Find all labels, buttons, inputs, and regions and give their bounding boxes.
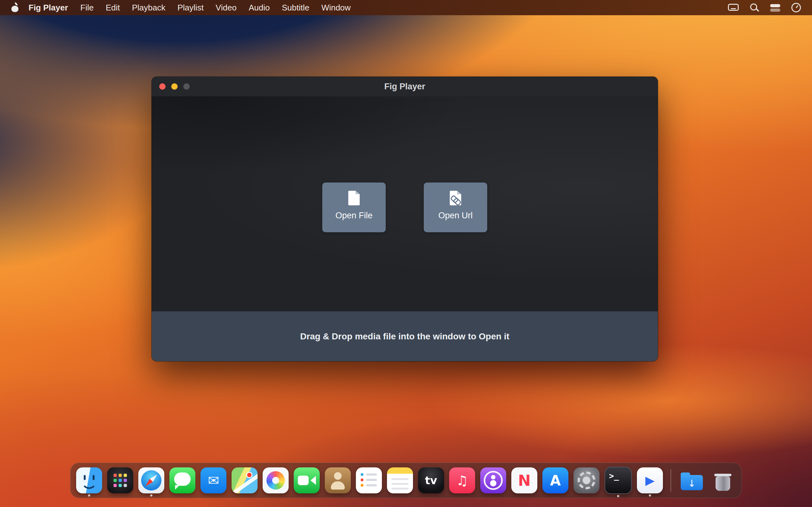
menu-window[interactable]: Window xyxy=(315,3,357,13)
menubar-status-icons xyxy=(719,2,803,13)
reminders-icon xyxy=(356,467,382,493)
downloads-icon: ↓ xyxy=(679,467,705,493)
dock-item-settings[interactable] xyxy=(573,467,600,493)
terminal-icon: >_ xyxy=(605,467,632,494)
dock-item-mail[interactable]: ✉ xyxy=(200,467,226,493)
folded-corner xyxy=(457,191,461,194)
window-content: Open File Open Url xyxy=(152,96,658,312)
open-buttons-row: Open File Open Url xyxy=(152,182,658,232)
appstore-icon: A xyxy=(542,467,568,493)
document-icon xyxy=(348,191,360,205)
mail-glyph: ✉ xyxy=(200,467,226,493)
window-titlebar[interactable]: Fig Player xyxy=(152,77,658,96)
appletv-icon: tv xyxy=(418,467,444,493)
menu-audio[interactable]: Audio xyxy=(243,3,276,13)
fig-player-window: Fig Player Open File Open Url Drag & Dro… xyxy=(152,77,658,361)
trash-icon xyxy=(710,467,736,493)
launchpad-icon xyxy=(107,467,133,493)
menu-video[interactable]: Video xyxy=(210,3,243,13)
apple-menu-icon[interactable] xyxy=(10,3,20,13)
drop-hint-bar: Drag & Drop media file into the window t… xyxy=(152,311,658,361)
dock-divider xyxy=(670,469,671,492)
document-link-icon xyxy=(450,191,461,205)
dock-item-downloads[interactable]: ↓ xyxy=(679,467,705,493)
window-title: Fig Player xyxy=(152,77,658,96)
menubar: Fig Player FileEditPlaybackPlaylistVideo… xyxy=(0,0,812,15)
running-indicator xyxy=(88,494,90,497)
dock-item-maps[interactable] xyxy=(232,467,258,493)
open-url-label: Open Url xyxy=(438,211,473,221)
control-center-icon[interactable] xyxy=(769,2,781,13)
running-indicator xyxy=(150,494,153,497)
news-glyph: N xyxy=(511,467,537,493)
running-indicator xyxy=(617,495,619,497)
menubar-app-name[interactable]: Fig Player xyxy=(22,3,74,13)
open-url-button[interactable]: Open Url xyxy=(424,182,487,232)
messages-icon xyxy=(169,467,195,493)
music-icon: ♫ xyxy=(449,467,475,493)
dock-item-podcasts[interactable] xyxy=(480,467,506,493)
folded-corner xyxy=(356,191,360,194)
dock-item-figplayer[interactable]: ▶ xyxy=(637,467,663,493)
settings-icon xyxy=(573,467,600,493)
contacts-icon xyxy=(325,467,351,493)
dock-item-finder[interactable] xyxy=(76,467,102,493)
dock: ✉tv♫NA>_▶↓ xyxy=(70,463,742,498)
dock-item-reminders[interactable] xyxy=(356,467,382,493)
dock-item-music[interactable]: ♫ xyxy=(449,467,475,493)
open-file-label: Open File xyxy=(335,211,372,221)
dock-item-appletv[interactable]: tv xyxy=(418,467,444,493)
dock-item-facetime[interactable] xyxy=(294,467,320,493)
maps-icon xyxy=(232,467,258,493)
finder-icon xyxy=(76,467,102,493)
notes-icon xyxy=(387,467,413,493)
mail-icon: ✉ xyxy=(200,467,226,493)
figplayer-glyph: ▶ xyxy=(637,467,663,493)
dock-item-news[interactable]: N xyxy=(511,467,537,493)
figplayer-icon: ▶ xyxy=(637,467,663,493)
dock-item-safari[interactable] xyxy=(138,467,164,493)
dock-item-messages[interactable] xyxy=(169,467,195,493)
dock-item-appstore[interactable]: A xyxy=(542,467,568,493)
dock-item-photos[interactable] xyxy=(263,467,289,493)
desktop: Fig Player FileEditPlaybackPlaylistVideo… xyxy=(0,0,812,507)
news-icon: N xyxy=(511,467,537,493)
drop-hint-text: Drag & Drop media file into the window t… xyxy=(300,331,509,342)
photos-icon xyxy=(263,467,289,493)
appstore-glyph: A xyxy=(542,467,568,493)
music-glyph: ♫ xyxy=(449,467,475,493)
menu-file[interactable]: File xyxy=(74,3,100,13)
menubar-menus: FileEditPlaybackPlaylistVideoAudioSubtit… xyxy=(74,3,357,13)
dock-item-trash[interactable] xyxy=(710,467,736,493)
menu-edit[interactable]: Edit xyxy=(100,3,126,13)
downloads-glyph: ↓ xyxy=(679,467,705,493)
dock-item-notes[interactable] xyxy=(387,467,413,493)
facetime-icon xyxy=(294,467,320,493)
keyboard-icon[interactable] xyxy=(727,2,740,13)
terminal-glyph: >_ xyxy=(605,467,631,493)
menu-playlist[interactable]: Playlist xyxy=(171,3,210,13)
safari-icon xyxy=(138,467,164,493)
dock-item-terminal[interactable]: >_ xyxy=(605,467,632,494)
dock-item-contacts[interactable] xyxy=(325,467,351,493)
appletv-glyph: tv xyxy=(418,467,444,493)
menu-playback[interactable]: Playback xyxy=(126,3,171,13)
dock-item-launchpad[interactable] xyxy=(107,467,133,493)
clock-icon[interactable] xyxy=(790,2,803,13)
podcasts-icon xyxy=(480,467,506,493)
menu-subtitle[interactable]: Subtitle xyxy=(275,3,315,13)
open-file-button[interactable]: Open File xyxy=(322,182,386,232)
search-icon[interactable] xyxy=(748,2,761,13)
running-indicator xyxy=(649,494,651,497)
